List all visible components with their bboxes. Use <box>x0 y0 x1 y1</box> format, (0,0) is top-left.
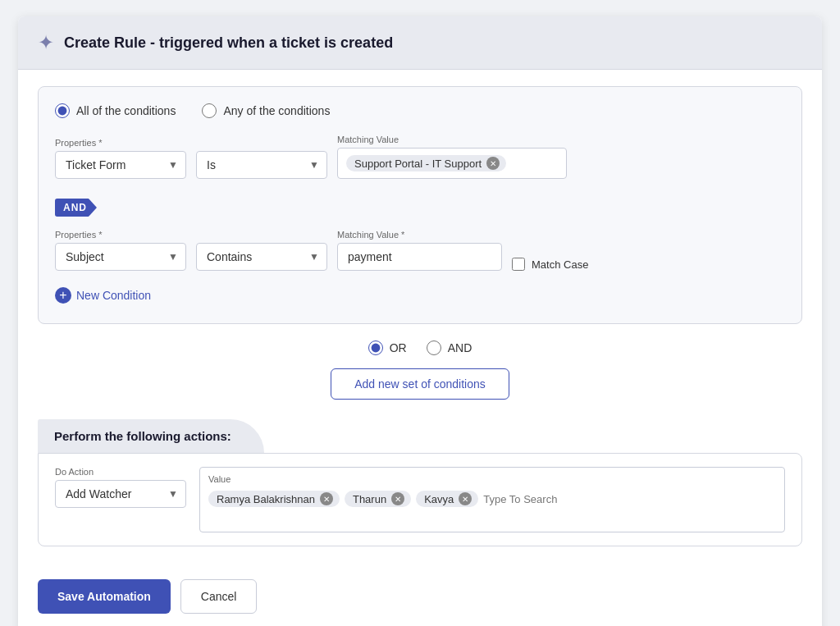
main-content: All of the conditions Any of the conditi… <box>18 70 822 563</box>
connector-and-input[interactable] <box>427 340 441 355</box>
cancel-button[interactable]: Cancel <box>180 579 258 614</box>
operator-select-2[interactable]: Contains <box>196 243 327 271</box>
actions-body: Do Action Add Watcher ▼ Value Ramya <box>38 453 802 546</box>
condition-row-2: Properties * Subject ▼ Contains ▼ <box>55 230 785 271</box>
properties-group-1: Properties * Ticket Form ▼ <box>55 138 186 179</box>
page-header: ✦ Create Rule - triggered when a ticket … <box>18 16 822 70</box>
matching-value-field-1[interactable]: Support Portal - IT Support ✕ <box>337 148 567 179</box>
do-action-select[interactable]: Add Watcher <box>55 480 186 508</box>
chip-kavya: Kavya ✕ <box>416 491 478 507</box>
connector-or-input[interactable] <box>368 340 383 355</box>
chip-ramya: Ramya Balakrishnan ✕ <box>208 491 340 507</box>
radio-all-text: All of the conditions <box>76 104 176 117</box>
do-action-label: Do Action <box>55 467 186 477</box>
radio-row: All of the conditions Any of the conditi… <box>55 103 785 118</box>
connector-and-label[interactable]: AND <box>427 340 472 355</box>
properties-group-2: Properties * Subject ▼ <box>55 230 186 271</box>
radio-all-label[interactable]: All of the conditions <box>55 103 176 118</box>
operator-select-1[interactable]: Is <box>196 151 327 179</box>
match-case-text: Match Case <box>532 258 588 271</box>
chip-label-portal: Support Portal - IT Support <box>354 158 482 170</box>
or-and-row: OR AND <box>38 340 802 355</box>
conditions-box: All of the conditions Any of the conditi… <box>38 86 802 324</box>
matching-text-input-2[interactable] <box>337 243 502 271</box>
condition-row-1: Properties * Ticket Form ▼ Is ▼ <box>55 135 785 179</box>
operator-group-2: Contains ▼ <box>196 243 327 271</box>
sparkle-icon: ✦ <box>38 31 54 54</box>
radio-all-input[interactable] <box>55 103 70 118</box>
tag-chip-portal: Support Portal - IT Support ✕ <box>346 155 506 171</box>
radio-any-text: Any of the conditions <box>223 104 330 117</box>
operator-select-wrapper-2: Contains ▼ <box>196 243 327 271</box>
chip-close-portal[interactable]: ✕ <box>486 157 500 170</box>
do-action-select-wrapper: Add Watcher ▼ <box>55 480 186 508</box>
add-conditions-label: Add new set of conditions <box>354 377 486 391</box>
value-box[interactable]: Value Ramya Balakrishnan ✕ Tharun ✕ <box>199 467 785 532</box>
radio-any-input[interactable] <box>202 103 217 118</box>
actions-header: Perform the following actions: <box>38 419 264 453</box>
chip-label-tharun: Tharun <box>353 493 386 505</box>
properties-select-wrapper-2: Subject ▼ <box>55 243 186 271</box>
and-badge: AND <box>55 199 97 217</box>
match-case-label[interactable]: Match Case <box>512 258 588 271</box>
operator-select-wrapper-1: Is ▼ <box>196 151 327 179</box>
chip-tharun: Tharun ✕ <box>345 491 411 507</box>
new-condition-label: New Condition <box>76 289 151 302</box>
chip-close-tharun[interactable]: ✕ <box>391 492 404 505</box>
actions-section: Perform the following actions: Do Action… <box>38 419 802 546</box>
properties-label-1: Properties * <box>55 138 186 148</box>
properties-select-2[interactable]: Subject <box>55 243 186 271</box>
connector-and-text: AND <box>448 341 472 354</box>
matching-label-1: Matching Value <box>337 135 567 144</box>
properties-select-1[interactable]: Ticket Form <box>55 151 186 179</box>
add-conditions-button[interactable]: Add new set of conditions <box>331 368 509 400</box>
radio-any-label[interactable]: Any of the conditions <box>202 103 330 118</box>
page-title: Create Rule - triggered when a ticket is… <box>64 34 393 52</box>
match-case-checkbox[interactable] <box>512 258 525 271</box>
matching-group-2: Matching Value * <box>337 230 502 271</box>
type-search-input[interactable] <box>483 493 621 505</box>
connector-or-text: OR <box>390 341 407 354</box>
page-container: ✦ Create Rule - triggered when a ticket … <box>18 16 822 626</box>
matching-group-1: Matching Value Support Portal - IT Suppo… <box>337 135 567 179</box>
action-row: Do Action Add Watcher ▼ Value Ramya <box>55 467 785 532</box>
do-action-group: Do Action Add Watcher ▼ <box>55 467 186 508</box>
tags-row: Ramya Balakrishnan ✕ Tharun ✕ Kavya ✕ <box>208 491 776 507</box>
value-label: Value <box>208 474 776 484</box>
properties-select-wrapper-1: Ticket Form ▼ <box>55 151 186 179</box>
connector-or-label[interactable]: OR <box>368 340 407 355</box>
operator-group-1: Is ▼ <box>196 151 327 179</box>
footer-buttons: Save Automation Cancel <box>18 563 822 614</box>
chip-close-kavya[interactable]: ✕ <box>459 492 472 505</box>
properties-label-2: Properties * <box>55 230 186 240</box>
chip-label-ramya: Ramya Balakrishnan <box>217 493 315 505</box>
matching-label-2: Matching Value * <box>337 230 502 240</box>
plus-icon: + <box>55 287 71 304</box>
new-condition-button[interactable]: + New Condition <box>55 284 151 307</box>
chip-close-ramya[interactable]: ✕ <box>320 492 333 505</box>
save-button[interactable]: Save Automation <box>38 579 171 614</box>
chip-label-kavya: Kavya <box>424 493 454 505</box>
